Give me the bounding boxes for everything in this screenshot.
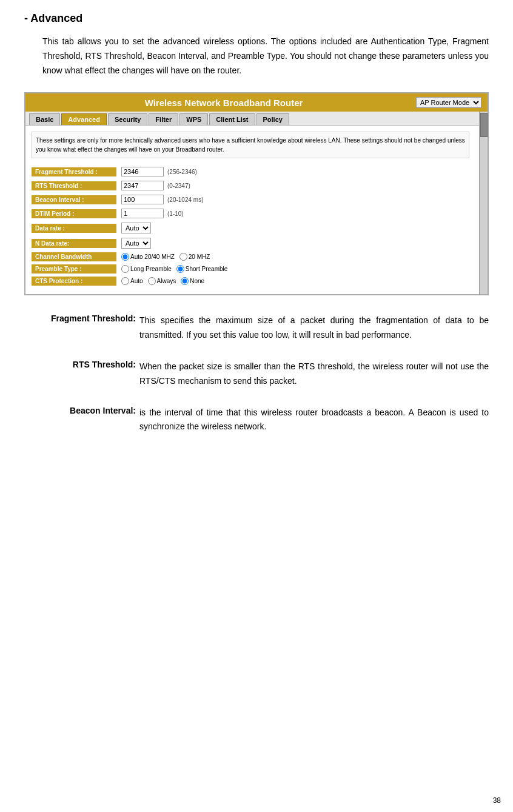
- cts-always-radio[interactable]: [148, 277, 156, 285]
- desc-beacon-interval: Beacon Interval: is the interval of time…: [24, 406, 489, 435]
- n-data-rate-select[interactable]: Auto: [121, 238, 151, 249]
- fragment-threshold-value: (256-2346): [116, 166, 469, 178]
- section-title: - Advanced: [24, 12, 489, 25]
- settings-container: Fragment Threshold : (256-2346) RTS Thre…: [32, 166, 469, 286]
- preamble-type-label: Preamble Type :: [32, 264, 116, 273]
- nav-tab-basic[interactable]: Basic: [29, 113, 60, 125]
- dtim-period-label: DTIM Period :: [32, 209, 116, 218]
- beacon-interval-value: (20-1024 ms): [116, 193, 469, 206]
- channel-bandwidth-label: Channel Bandwidth: [32, 252, 116, 261]
- dtim-period-input[interactable]: [121, 209, 164, 218]
- beacon-interval-row: Beacon Interval : (20-1024 ms): [32, 193, 469, 206]
- cts-protection-radio-group: Auto Always None: [121, 277, 204, 285]
- cts-auto-label[interactable]: Auto: [121, 277, 143, 285]
- desc-rts-threshold-body: When the packet size is smaller than the…: [139, 360, 489, 389]
- dtim-period-value: (1-10): [116, 207, 469, 220]
- n-data-rate-row: N Data rate: Auto: [32, 237, 469, 250]
- channel-bw-auto-radio[interactable]: [121, 253, 129, 261]
- page-number: 38: [493, 796, 501, 805]
- beacon-interval-hint: (20-1024 ms): [167, 196, 203, 203]
- beacon-interval-label: Beacon Interval :: [32, 195, 116, 204]
- fragment-threshold-input[interactable]: [121, 167, 164, 176]
- nav-tab-clientlist[interactable]: Client List: [209, 113, 255, 125]
- data-rate-value: Auto: [116, 221, 469, 235]
- channel-bw-20-radio[interactable]: [179, 253, 187, 261]
- data-rate-select[interactable]: Auto: [121, 223, 151, 233]
- channel-bandwidth-value: Auto 20/40 MHZ 20 MHZ: [116, 252, 469, 262]
- cts-none-label[interactable]: None: [181, 277, 204, 285]
- rts-threshold-value: (0-2347): [116, 180, 469, 192]
- fragment-threshold-hint: (256-2346): [167, 169, 197, 175]
- n-data-rate-label: N Data rate:: [32, 239, 116, 248]
- router-ui-screenshot: Wireless Network Broadband Router AP Rou…: [24, 92, 489, 295]
- desc-rts-threshold-term: RTS Threshold:: [24, 360, 139, 369]
- fragment-threshold-row: Fragment Threshold : (256-2346): [32, 166, 469, 178]
- preamble-long-radio[interactable]: [121, 265, 129, 273]
- cts-always-label[interactable]: Always: [148, 277, 176, 285]
- desc-rts-threshold: RTS Threshold: When the packet size is s…: [24, 360, 489, 389]
- channel-bandwidth-radio-group: Auto 20/40 MHZ 20 MHZ: [121, 253, 210, 261]
- preamble-short-label[interactable]: Short Preamble: [176, 265, 227, 273]
- nav-tab-advanced[interactable]: Advanced: [61, 113, 107, 125]
- cts-protection-row: CTS Protection : Auto Always N: [32, 276, 469, 286]
- preamble-long-label[interactable]: Long Preamble: [121, 265, 172, 273]
- data-rate-row: Data rate : Auto: [32, 221, 469, 235]
- nav-tab-security[interactable]: Security: [108, 113, 147, 125]
- preamble-type-value: Long Preamble Short Preamble: [116, 264, 469, 274]
- preamble-type-radio-group: Long Preamble Short Preamble: [121, 265, 227, 273]
- router-header: Wireless Network Broadband Router AP Rou…: [25, 93, 488, 112]
- fragment-threshold-label: Fragment Threshold :: [32, 167, 116, 176]
- desc-fragment-threshold: Fragment Threshold: This specifies the m…: [24, 314, 489, 343]
- nav-tab-wps[interactable]: WPS: [179, 113, 208, 125]
- cts-none-radio[interactable]: [181, 277, 189, 285]
- preamble-type-row: Preamble Type : Long Preamble Short Prea…: [32, 264, 469, 274]
- nav-tab-policy[interactable]: Policy: [256, 113, 289, 125]
- desc-fragment-threshold-term: Fragment Threshold:: [24, 314, 139, 323]
- intro-paragraph: This tab allows you to set the advanced …: [24, 35, 489, 78]
- cts-protection-value: Auto Always None: [116, 276, 469, 286]
- router-body: These settings are only for more technic…: [25, 126, 479, 294]
- desc-beacon-interval-term: Beacon Interval:: [24, 406, 139, 415]
- dtim-period-hint: (1-10): [167, 210, 184, 217]
- rts-threshold-input[interactable]: [121, 181, 164, 190]
- rts-threshold-hint: (0-2347): [167, 183, 190, 189]
- n-data-rate-value: Auto: [116, 237, 469, 250]
- channel-bw-auto-label[interactable]: Auto 20/40 MHZ: [121, 253, 175, 261]
- beacon-interval-input[interactable]: [121, 195, 164, 204]
- channel-bw-20-label[interactable]: 20 MHZ: [179, 253, 210, 261]
- dtim-period-row: DTIM Period : (1-10): [32, 207, 469, 220]
- router-mode-select[interactable]: AP Router Mode: [416, 97, 481, 108]
- router-notice: These settings are only for more technic…: [32, 132, 469, 158]
- router-scrollbar-thumb[interactable]: [480, 113, 488, 137]
- router-nav: Basic Advanced Security Filter WPS Clien…: [25, 112, 488, 126]
- rts-threshold-row: RTS Threshold : (0-2347): [32, 180, 469, 192]
- desc-fragment-threshold-body: This specifies the maximum size of a pac…: [139, 314, 489, 343]
- desc-beacon-interval-body: is the interval of time that this wirele…: [139, 406, 489, 435]
- rts-threshold-label: RTS Threshold :: [32, 181, 116, 190]
- nav-tab-filter[interactable]: Filter: [149, 113, 178, 125]
- channel-bandwidth-row: Channel Bandwidth Auto 20/40 MHZ 20 MHZ: [32, 252, 469, 262]
- router-scrollbar[interactable]: [479, 112, 488, 294]
- router-header-title: Wireless Network Broadband Router: [32, 98, 416, 108]
- data-rate-label: Data rate :: [32, 224, 116, 233]
- cts-auto-radio[interactable]: [121, 277, 129, 285]
- preamble-short-radio[interactable]: [176, 265, 184, 273]
- cts-protection-label: CTS Protection :: [32, 277, 116, 286]
